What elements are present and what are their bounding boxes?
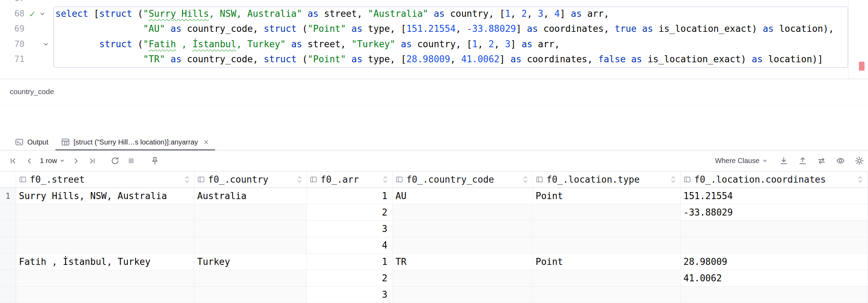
table-cell[interactable] — [681, 287, 868, 303]
pin-tab-button[interactable] — [146, 153, 163, 169]
last-page-button[interactable] — [84, 153, 100, 169]
table-cell[interactable]: Turkey — [194, 254, 307, 270]
table-cell[interactable] — [393, 287, 533, 303]
first-page-button[interactable] — [5, 153, 21, 169]
table-cell[interactable] — [393, 270, 533, 286]
table-cell[interactable] — [16, 237, 194, 253]
pin-icon — [150, 156, 159, 165]
previous-page-button[interactable] — [21, 153, 37, 169]
export-data-button[interactable] — [794, 153, 811, 169]
code-text: "AU" as country_code, struct ("Point" as… — [53, 21, 834, 37]
table-row: 2-33.88029 — [0, 204, 868, 221]
table-cell[interactable]: Fatih , İstanbul, Turkey — [16, 254, 194, 270]
sql-editor[interactable]: 6768✓select [struct ("Surry Hills, NSW, … — [0, 0, 868, 79]
tab-result-anyarray[interactable]: [struct ("Surry Hill…s location)]:anyarr… — [55, 134, 216, 150]
table-cell[interactable]: 3 — [307, 221, 393, 237]
page-size-dropdown[interactable]: 1 row — [37, 153, 68, 169]
row-number[interactable] — [0, 237, 16, 253]
table-cell[interactable] — [16, 287, 194, 303]
error-stripe-mark[interactable] — [859, 62, 864, 71]
table-cell[interactable] — [533, 237, 681, 253]
table-cell[interactable]: Surry Hills, NSW, Australia — [16, 188, 194, 204]
table-cell[interactable]: -33.88029 — [681, 204, 868, 220]
table-cell[interactable] — [16, 270, 194, 286]
editor-gutter: 67 — [0, 0, 53, 6]
table-cell[interactable]: 4 — [307, 237, 393, 253]
editor-line[interactable]: 67 — [0, 0, 868, 6]
table-cell[interactable]: 1 — [307, 254, 393, 270]
row-number[interactable] — [0, 204, 16, 220]
table-cell[interactable]: 3 — [307, 287, 393, 303]
sort-icon[interactable] — [670, 175, 676, 184]
editor-line[interactable]: 71 "TR" as country_code, struct ("Point"… — [0, 52, 868, 67]
import-data-button[interactable] — [776, 153, 792, 169]
fold-chevron-icon[interactable] — [39, 10, 46, 17]
tab-output[interactable]: Output — [8, 134, 55, 150]
table-cell[interactable] — [16, 204, 194, 220]
upload-icon — [798, 156, 807, 165]
table-cell[interactable]: Point — [533, 188, 681, 204]
results-tab-bar: Output [struct ("Surry Hill…s location)]… — [0, 134, 868, 150]
column-header-f0_.country_code[interactable]: f0_.country_code — [393, 171, 533, 188]
result-grid: f0_.streetf0_.countryf0_.arrf0_.country_… — [0, 171, 868, 303]
code-text — [53, 0, 55, 6]
row-number[interactable] — [0, 287, 16, 303]
table-cell[interactable]: 2 — [307, 270, 393, 286]
table-cell[interactable] — [393, 237, 533, 253]
editor-lines: 6768✓select [struct ("Surry Hills, NSW, … — [0, 0, 868, 67]
settings-button[interactable] — [851, 153, 867, 169]
table-cell[interactable] — [533, 270, 681, 286]
table-cell[interactable]: 151.21554 — [681, 188, 868, 204]
close-icon[interactable] — [203, 139, 209, 146]
table-cell[interactable] — [16, 221, 194, 237]
table-cell[interactable] — [681, 221, 868, 237]
column-header-f0_.country[interactable]: f0_.country — [194, 171, 307, 188]
table-cell[interactable] — [194, 270, 307, 286]
row-number[interactable] — [0, 254, 16, 270]
column-header-f0_.location.type[interactable]: f0_.location.type — [533, 171, 681, 188]
table-cell[interactable]: 28.98009 — [681, 254, 868, 270]
table-cell[interactable] — [533, 221, 681, 237]
fold-chevron-icon[interactable] — [42, 40, 50, 48]
table-cell[interactable]: 2 — [307, 204, 393, 220]
table-cell[interactable]: 1 — [307, 188, 393, 204]
table-cell[interactable] — [194, 221, 307, 237]
sort-icon[interactable] — [297, 175, 302, 184]
table-cell[interactable] — [533, 287, 681, 303]
view-options-button[interactable] — [832, 153, 848, 169]
table-cell[interactable] — [194, 287, 307, 303]
editor-line[interactable]: 70 struct ("Fatih , İstanbul, Turkey" as… — [0, 37, 868, 52]
row-number[interactable]: 1 — [0, 188, 16, 204]
column-header-f0_.location.coordinates[interactable]: f0_.location.coordinates — [681, 171, 868, 188]
toolbar-right-group: Where Clause — [715, 153, 867, 169]
table-cell[interactable] — [393, 221, 533, 237]
row-number[interactable] — [0, 270, 16, 286]
table-cell[interactable]: 41.0062 — [681, 270, 868, 286]
table-cell[interactable] — [393, 204, 533, 220]
table-cell[interactable] — [681, 237, 868, 253]
table-cell[interactable] — [194, 204, 307, 220]
sort-icon[interactable] — [857, 175, 863, 184]
table-cell[interactable] — [194, 237, 307, 253]
table-cell[interactable]: Australia — [194, 188, 307, 204]
next-page-button[interactable] — [68, 153, 84, 169]
sort-icon[interactable] — [383, 175, 388, 184]
where-clause-dropdown[interactable]: Where Clause — [715, 157, 768, 165]
table-cell[interactable]: TR — [393, 254, 533, 270]
column-header-f0_.arr[interactable]: f0_.arr — [307, 171, 393, 188]
sort-icon[interactable] — [523, 175, 528, 184]
editor-line[interactable]: 69 "AU" as country_code, struct ("Point"… — [0, 21, 868, 37]
column-name: f0_.location.type — [546, 174, 640, 185]
table-cell[interactable] — [533, 204, 681, 220]
stop-button[interactable] — [123, 153, 139, 169]
table-cell[interactable]: AU — [393, 188, 533, 204]
compare-data-button[interactable] — [813, 153, 829, 169]
table-icon — [61, 138, 70, 147]
editor-line[interactable]: 68✓select [struct ("Surry Hills, NSW, Au… — [0, 6, 868, 22]
sort-icon[interactable] — [184, 175, 190, 184]
refresh-button[interactable] — [107, 153, 123, 169]
table-row: 4 — [0, 237, 868, 254]
table-cell[interactable]: Point — [533, 254, 681, 270]
row-number[interactable] — [0, 221, 16, 237]
column-header-f0_.street[interactable]: f0_.street — [16, 171, 194, 188]
